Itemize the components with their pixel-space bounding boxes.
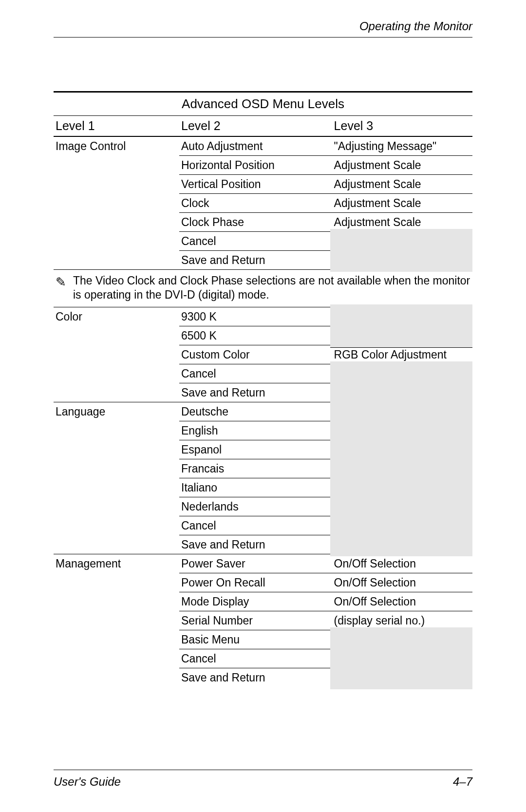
table-title: Advanced OSD Menu Levels [54, 91, 472, 116]
cell-level2: Save and Return [179, 383, 330, 402]
cell-level1: Image Control [54, 137, 179, 156]
cell-level2: Mode Display [179, 592, 330, 611]
page-header: Operating the Monitor [54, 19, 472, 38]
cell-level1 [54, 478, 179, 497]
cell-level2: Cancel [179, 364, 330, 383]
cell-level2: Nederlands [179, 497, 330, 516]
table-row: 6500 K [54, 326, 472, 345]
cell-level1 [54, 573, 179, 592]
table-row: ManagementPower SaverOn/Off Selection [54, 554, 472, 573]
cell-level2: Power On Recall [179, 573, 330, 592]
cell-level2: Cancel [179, 649, 330, 668]
cell-level2: Auto Adjustment [179, 137, 330, 156]
note-text: The Video Clock and Clock Phase selectio… [73, 274, 472, 302]
cell-level2: Save and Return [179, 251, 330, 269]
cell-level1 [54, 611, 179, 630]
cell-level2: Custom Color [179, 345, 330, 364]
cell-level2: Deutsche [179, 402, 330, 421]
cell-level1 [54, 459, 179, 478]
table-row: Save and Return [54, 251, 472, 270]
cell-level1 [54, 345, 179, 364]
cell-level3: On/Off Selection [330, 573, 472, 592]
cell-level2: Francais [179, 459, 330, 478]
note-row: ✎The Video Clock and Clock Phase selecti… [54, 270, 472, 307]
cell-level3: On/Off Selection [330, 592, 472, 611]
cell-level2: 6500 K [179, 326, 330, 345]
col-header-1: Level 1 [54, 119, 179, 133]
cell-level2: 9300 K [179, 307, 330, 326]
table-row: ClockAdjustment Scale [54, 194, 472, 213]
cell-level1 [54, 175, 179, 194]
cell-level2: Save and Return [179, 668, 330, 687]
section-title: Operating the Monitor [54, 19, 472, 33]
cell-level3: Adjustment Scale [330, 175, 472, 194]
cell-level2: Italiano [179, 478, 330, 497]
cell-level1 [54, 383, 179, 402]
cell-level2: Serial Number [179, 611, 330, 630]
cell-level3 [330, 532, 472, 556]
cell-level1 [54, 251, 179, 269]
cell-level2: Espanol [179, 440, 330, 459]
cell-level1 [54, 497, 179, 516]
cell-level2: Clock Phase [179, 213, 330, 232]
cell-level2: Power Saver [179, 554, 330, 573]
table-row: Horizontal PositionAdjustment Scale [54, 156, 472, 175]
cell-level1 [54, 194, 179, 213]
cell-level2: Clock [179, 194, 330, 213]
table-row: Image ControlAuto Adjustment"Adjusting M… [54, 137, 472, 156]
cell-level2: Save and Return [179, 535, 330, 554]
cell-level2: English [179, 421, 330, 440]
footer-right: 4–7 [453, 775, 472, 789]
cell-level3 [330, 665, 472, 689]
cell-level1 [54, 213, 179, 232]
cell-level3: Adjustment Scale [330, 156, 472, 175]
cell-level1 [54, 326, 179, 345]
cell-level1 [54, 535, 179, 554]
column-headers: Level 1 Level 2 Level 3 [54, 116, 472, 137]
cell-level1: Management [54, 554, 179, 573]
cell-level3: On/Off Selection [330, 554, 472, 573]
cell-level2: Horizontal Position [179, 156, 330, 175]
osd-menu-table: Advanced OSD Menu Levels Level 1 Level 2… [54, 91, 472, 687]
cell-level1 [54, 421, 179, 440]
cell-level1 [54, 516, 179, 535]
cell-level2: Cancel [179, 232, 330, 251]
cell-level2: Cancel [179, 516, 330, 535]
cell-level1: Language [54, 402, 179, 421]
note-icon: ✎ [54, 274, 73, 290]
col-header-3: Level 3 [330, 119, 472, 133]
cell-level1 [54, 668, 179, 687]
cell-level3: Adjustment Scale [330, 194, 472, 213]
cell-level3: "Adjusting Message" [330, 137, 472, 156]
cell-level1 [54, 232, 179, 251]
cell-level2: Vertical Position [179, 175, 330, 194]
cell-level1 [54, 592, 179, 611]
cell-level1 [54, 440, 179, 459]
table-row: Power On RecallOn/Off Selection [54, 573, 472, 592]
footer-left: User's Guide [54, 775, 121, 789]
table-body: Image ControlAuto Adjustment"Adjusting M… [54, 137, 472, 687]
cell-level1 [54, 156, 179, 175]
col-header-2: Level 2 [179, 119, 330, 133]
cell-level1 [54, 364, 179, 383]
table-row: Vertical PositionAdjustment Scale [54, 175, 472, 194]
cell-level1 [54, 630, 179, 649]
cell-level2: Basic Menu [179, 630, 330, 649]
cell-level3 [330, 323, 472, 348]
cell-level1 [54, 649, 179, 668]
table-row: Mode DisplayOn/Off Selection [54, 592, 472, 611]
cell-level3 [330, 248, 472, 272]
table-row: Save and Return [54, 535, 472, 554]
cell-level1: Color [54, 307, 179, 326]
page-footer: User's Guide 4–7 [54, 770, 472, 789]
table-row: Save and Return [54, 668, 472, 687]
